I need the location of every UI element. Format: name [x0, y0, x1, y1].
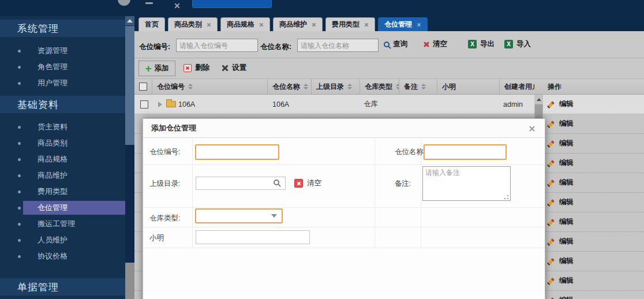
row-expander-cell: [158, 95, 162, 114]
sort-icon[interactable]: [304, 84, 308, 89]
import-button[interactable]: 导入: [504, 39, 531, 49]
delete-button[interactable]: 删除: [184, 63, 209, 73]
dialog-remark-textarea[interactable]: [422, 166, 511, 201]
scrollbar-thumb[interactable]: [125, 26, 134, 145]
tab-goods-category[interactable]: 商品类别: [168, 17, 218, 31]
edit-button[interactable]: 编辑: [546, 154, 574, 173]
minimize-icon[interactable]: [145, 2, 153, 4]
sidebar-section-documents[interactable]: 单据管理: [0, 278, 125, 296]
sidebar-item-porter[interactable]: 搬运工管理: [0, 216, 125, 232]
close-icon[interactable]: [174, 2, 180, 9]
settings-button[interactable]: 设置: [221, 63, 246, 73]
edit-button[interactable]: 编辑: [546, 232, 574, 251]
bullet-icon: [18, 66, 21, 69]
dialog-parent-lookup-input[interactable]: [196, 177, 286, 190]
column-header-xiaoming[interactable]: 小明: [437, 79, 500, 94]
sidebar-item-goods-category[interactable]: 商品类别: [0, 135, 125, 151]
tab-goods-spec[interactable]: 商品规格: [220, 17, 270, 31]
form-grid-line: [144, 207, 544, 208]
edit-button[interactable]: 编辑: [546, 291, 574, 299]
dialog-bin-name-input[interactable]: [424, 144, 507, 160]
sidebar-section-basedata[interactable]: 基础资料: [0, 96, 125, 113]
export-button[interactable]: 导出: [468, 39, 495, 49]
column-header-parent[interactable]: 上级目录: [312, 79, 360, 94]
scroll-up-icon[interactable]: [125, 16, 134, 25]
dialog-xiaoming-label: 小明: [149, 230, 164, 246]
edit-button[interactable]: 编辑: [546, 95, 574, 114]
sort-icon[interactable]: [421, 84, 426, 89]
tab-close-icon[interactable]: [207, 23, 211, 27]
column-header-remark[interactable]: 备注: [399, 79, 437, 94]
sidebar-item-agreement-price[interactable]: 协议价格: [0, 248, 125, 264]
sidebar-item-owner[interactable]: 货主资料: [0, 119, 125, 135]
pencil-icon: [546, 296, 555, 299]
dialog-close-icon[interactable]: [529, 125, 536, 132]
tab-fee-type[interactable]: 费用类型: [325, 17, 375, 31]
dialog-bin-code-label: 仓位编号:: [149, 144, 180, 160]
folder-icon: [166, 101, 176, 107]
bin-name-input[interactable]: [297, 39, 379, 52]
dialog-xiaoming-input[interactable]: [196, 230, 310, 244]
tab-close-icon[interactable]: [312, 23, 316, 27]
bin-code-label: 仓位编号:: [139, 42, 170, 52]
edit-button[interactable]: 编辑: [546, 173, 574, 192]
edit-button[interactable]: 编辑: [546, 212, 574, 231]
add-button[interactable]: +添加: [138, 61, 175, 76]
sidebar-item-fee-type[interactable]: 费用类型: [0, 184, 125, 200]
edit-button[interactable]: 编辑: [546, 193, 574, 212]
sidebar-item-goods-spec[interactable]: 商品规格: [0, 151, 125, 167]
pencil-icon: [546, 218, 555, 226]
column-header-creator[interactable]: 创建者用户号: [500, 79, 534, 94]
sort-icon[interactable]: [347, 84, 352, 89]
dialog-clear-button[interactable]: 清空: [294, 178, 321, 188]
dialog-bin-code-input[interactable]: [195, 144, 279, 160]
edit-button[interactable]: 编辑: [546, 271, 574, 290]
tab-close-icon[interactable]: [417, 23, 421, 27]
column-header-bin-name[interactable]: 仓位名称: [268, 79, 312, 94]
tab-bin-management[interactable]: 仓位管理: [378, 17, 428, 31]
table-row[interactable]: 106A 106A 仓库 admin 编辑: [134, 95, 644, 114]
magnifier-icon[interactable]: [274, 180, 279, 185]
row-checkbox[interactable]: [140, 100, 148, 109]
excel-icon: [468, 40, 477, 48]
query-button[interactable]: 查询: [384, 39, 407, 49]
column-header-bin-code[interactable]: 仓位编号: [152, 79, 268, 94]
resize-grip-icon[interactable]: [504, 195, 508, 199]
edit-button[interactable]: 编辑: [546, 134, 574, 153]
sidebar-section-system[interactable]: 系统管理: [0, 20, 125, 37]
red-x-box-icon: [294, 179, 303, 188]
magnifier-icon: [384, 42, 390, 47]
add-bin-dialog: 添加仓位管理 仓位编号: 仓位名称: 上级目录: 清空 备注: 仓库类型: 小明: [143, 118, 545, 299]
triangle-right-icon[interactable]: [158, 102, 162, 107]
clear-button[interactable]: 清空: [423, 39, 447, 49]
dialog-remark-label: 备注:: [395, 175, 411, 192]
tab-goods-maintain[interactable]: 商品维护: [273, 17, 323, 31]
sidebar-item-personnel[interactable]: 人员维护: [0, 232, 125, 248]
edit-button[interactable]: 编辑: [546, 114, 574, 133]
column-header-warehouse-type[interactable]: 仓库类型: [360, 79, 399, 94]
caret-down-icon: [271, 214, 277, 218]
sidebar-item-role[interactable]: 角色管理: [0, 59, 125, 75]
form-grid-line: [144, 248, 544, 248]
tab-close-icon[interactable]: [259, 23, 264, 27]
pencil-icon: [546, 139, 555, 148]
scroll-up-icon[interactable]: [534, 95, 543, 104]
main-vertical-scrollbar[interactable]: [125, 16, 134, 299]
sidebar-item-goods-maintain[interactable]: 商品维护: [0, 167, 125, 184]
tab-close-icon[interactable]: [364, 23, 369, 27]
dialog-header[interactable]: 添加仓位管理: [143, 119, 545, 138]
tab-home[interactable]: 首页: [138, 17, 165, 31]
header-blue-button[interactable]: [192, 0, 272, 8]
table-header: 仓位编号 仓位名称 上级目录 仓库类型 备注 小明 创建者用户号 操作: [134, 79, 644, 95]
edit-button[interactable]: 编辑: [546, 252, 574, 271]
row-checkbox-cell: [140, 95, 148, 114]
bin-code-input[interactable]: [176, 39, 258, 52]
sidebar-item-user[interactable]: 用户管理: [0, 75, 125, 91]
pencil-icon: [546, 198, 555, 207]
select-all-checkbox[interactable]: [139, 83, 147, 91]
sidebar-item-bin-management[interactable]: 仓位管理: [0, 200, 125, 216]
pencil-icon: [546, 257, 555, 266]
sidebar-item-resource[interactable]: 资源管理: [0, 43, 125, 59]
dialog-warehouse-type-select[interactable]: [195, 208, 283, 223]
sort-icon[interactable]: [188, 84, 193, 89]
